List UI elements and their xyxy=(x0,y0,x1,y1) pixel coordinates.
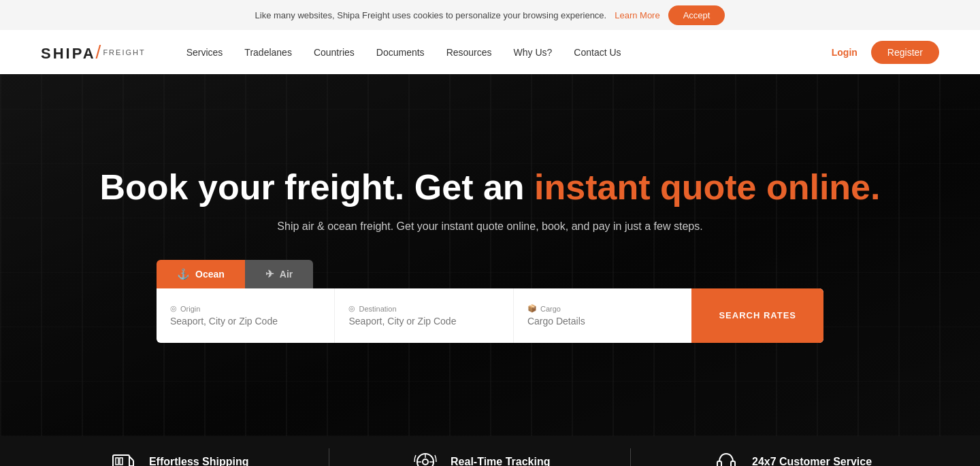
svg-rect-9 xyxy=(731,461,735,467)
cookie-message: Like many websites, Shipa Freight uses c… xyxy=(255,10,607,20)
accept-button[interactable]: Accept xyxy=(668,5,725,25)
nav-tradelanes[interactable]: Tradelanes xyxy=(244,47,292,58)
cargo-icon: 📦 xyxy=(527,304,537,313)
navbar: SHIPA/ FREIGHT Services Tradelanes Count… xyxy=(0,30,980,74)
nav-countries[interactable]: Countries xyxy=(314,47,355,58)
shipping-icon xyxy=(108,446,139,466)
logo[interactable]: SHIPA/ FREIGHT xyxy=(41,41,146,63)
nav-contact-us[interactable]: Contact Us xyxy=(574,47,621,58)
search-tabs: ⚓ Ocean ✈ Air xyxy=(157,260,823,288)
svg-rect-2 xyxy=(120,458,122,465)
search-rates-button[interactable]: SEARCH RATES xyxy=(691,288,823,343)
origin-icon: ◎ xyxy=(170,304,177,313)
air-icon: ✈ xyxy=(265,268,274,280)
destination-input[interactable] xyxy=(348,316,499,327)
svg-rect-8 xyxy=(717,461,721,467)
cookie-banner: Like many websites, Shipa Freight uses c… xyxy=(0,0,980,30)
bottom-bar: Effortless Shipping Real-Time Tracking xyxy=(0,436,980,466)
register-button[interactable]: Register xyxy=(871,41,939,64)
nav-right: Login Register xyxy=(832,41,939,64)
search-form: ◎ Origin ◎ Destination 📦 xyxy=(157,288,823,343)
destination-field: ◎ Destination xyxy=(335,288,513,343)
cargo-label: 📦 Cargo xyxy=(527,304,678,313)
ocean-icon: ⚓ xyxy=(177,268,190,280)
nav-documents[interactable]: Documents xyxy=(376,47,425,58)
logo-name: SHIPA/ xyxy=(41,41,103,63)
destination-label: ◎ Destination xyxy=(348,304,499,313)
destination-icon: ◎ xyxy=(348,304,355,313)
tab-air-label: Air xyxy=(280,269,293,280)
svg-point-7 xyxy=(423,459,428,465)
logo-freight: FREIGHT xyxy=(103,48,145,56)
hero-title-part1: Book your freight. Get an xyxy=(100,167,535,207)
feature-shipping-label: Effortless Shipping xyxy=(149,456,249,467)
feature-tracking: Real-Time Tracking xyxy=(410,446,550,466)
svg-rect-1 xyxy=(116,458,118,465)
origin-label: ◎ Origin xyxy=(170,304,321,313)
hero-section: Book your freight. Get an instant quote … xyxy=(0,74,980,436)
nav-resources[interactable]: Resources xyxy=(446,47,492,58)
nav-services[interactable]: Services xyxy=(186,47,223,58)
cargo-input[interactable] xyxy=(527,316,678,327)
learn-more-link[interactable]: Learn More xyxy=(615,10,659,20)
divider-1 xyxy=(329,448,329,467)
nav-links: Services Tradelanes Countries Documents … xyxy=(186,47,832,58)
hero-subtitle: Ship air & ocean freight. Get your insta… xyxy=(0,220,980,233)
tab-ocean-label: Ocean xyxy=(195,269,225,280)
feature-customer-service: 24x7 Customer Service xyxy=(711,446,872,466)
logo-slash: / xyxy=(96,41,103,63)
origin-input[interactable] xyxy=(170,316,321,327)
hero-content: Book your freight. Get an instant quote … xyxy=(0,167,980,343)
tab-air[interactable]: ✈ Air xyxy=(245,260,313,288)
cargo-field: 📦 Cargo xyxy=(514,288,691,343)
feature-customer-service-label: 24x7 Customer Service xyxy=(752,456,872,467)
nav-why-us[interactable]: Why Us? xyxy=(514,47,553,58)
origin-field: ◎ Origin xyxy=(157,288,335,343)
divider-2 xyxy=(630,448,631,467)
hero-title: Book your freight. Get an instant quote … xyxy=(0,167,980,208)
search-widget: ⚓ Ocean ✈ Air ◎ Origin xyxy=(157,260,823,343)
headset-icon xyxy=(711,446,742,466)
feature-shipping: Effortless Shipping xyxy=(108,446,249,466)
hero-title-accent: instant quote online. xyxy=(534,167,880,207)
tab-ocean[interactable]: ⚓ Ocean xyxy=(157,260,245,288)
tracking-icon xyxy=(410,446,440,466)
feature-tracking-label: Real-Time Tracking xyxy=(451,456,550,467)
login-link[interactable]: Login xyxy=(832,47,858,58)
